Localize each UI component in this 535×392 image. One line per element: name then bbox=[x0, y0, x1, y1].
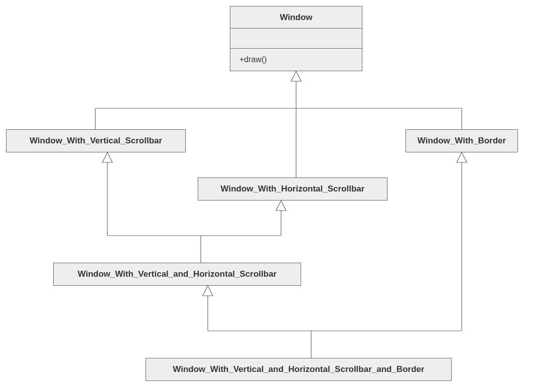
class-name: Window_With_Horizontal_Scrollbar bbox=[221, 184, 365, 194]
class-name: Window_With_Vertical_and_Horizontal_Scro… bbox=[78, 269, 277, 279]
class-name-compartment: Window bbox=[230, 7, 362, 29]
class-method: +draw() bbox=[235, 55, 267, 64]
uml-diagram-canvas: Window +draw() Window_With_Vertical_Scro… bbox=[0, 0, 535, 392]
svg-marker-0 bbox=[291, 71, 301, 81]
class-box-vscroll: Window_With_Vertical_Scrollbar bbox=[6, 129, 186, 152]
svg-marker-6 bbox=[102, 152, 112, 162]
class-attributes-compartment bbox=[230, 29, 362, 49]
class-name: Window_With_Vertical_and_Horizontal_Scro… bbox=[173, 364, 424, 374]
class-box-vhscroll: Window_With_Vertical_and_Horizontal_Scro… bbox=[53, 263, 301, 286]
svg-marker-12 bbox=[203, 286, 213, 296]
class-box-hscroll: Window_With_Horizontal_Scrollbar bbox=[198, 177, 387, 201]
class-box-vhscroll-border: Window_With_Vertical_and_Horizontal_Scro… bbox=[146, 358, 452, 381]
svg-marker-8 bbox=[276, 201, 286, 211]
class-methods-compartment: +draw() bbox=[230, 49, 362, 71]
class-name: Window_With_Border bbox=[418, 136, 506, 146]
class-name: Window bbox=[280, 13, 313, 23]
class-box-border: Window_With_Border bbox=[406, 129, 518, 152]
class-box-window: Window +draw() bbox=[230, 6, 362, 71]
svg-marker-14 bbox=[457, 152, 467, 162]
class-name: Window_With_Vertical_Scrollbar bbox=[30, 136, 162, 146]
